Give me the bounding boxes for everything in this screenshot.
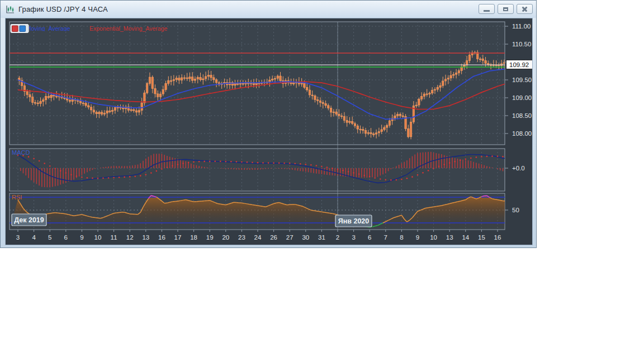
svg-text:Янв 2020: Янв 2020	[338, 217, 370, 225]
date-axis-label: 24	[254, 234, 262, 241]
date-axis-label: 2	[336, 234, 339, 241]
close-button[interactable]	[517, 4, 533, 14]
date-axis-label: 10	[94, 234, 102, 241]
date-axis-label: 7	[384, 234, 387, 241]
date-axis-label: 6	[368, 234, 371, 241]
date-axis-label: 19	[206, 234, 214, 241]
date-axis-label: 13	[142, 234, 149, 241]
minimize-button[interactable]	[479, 4, 495, 14]
chart-window: График USD /JPY 4 ЧАСА 111.00110.50110.0…	[0, 0, 537, 248]
rsi-axis-label: 50	[512, 207, 519, 213]
date-axis-label: 12	[126, 234, 134, 241]
price-axis-label: 108.50	[512, 112, 532, 119]
date-axis-label: 27	[286, 234, 293, 241]
date-axis-label: 20	[222, 234, 229, 241]
price-axis-label: 110.50	[512, 41, 531, 47]
date-axis-label: 16	[494, 234, 501, 241]
chart-app-icon	[5, 5, 15, 14]
price-axis-label: 109.50	[512, 77, 532, 83]
dec-2019-badge: Дек 2019	[12, 214, 48, 227]
date-axis: 3456910111213161718192023242627303123678…	[16, 234, 501, 241]
ema-slow-legend-label: Exponential_Moving_Average	[89, 25, 167, 32]
current-price-tag: 109.92	[506, 60, 533, 69]
price-axis-label: 109.00	[512, 94, 532, 101]
date-axis-label: 15	[478, 234, 485, 241]
date-axis-label: 31	[318, 234, 325, 241]
price-axis-label: 111.00	[512, 23, 531, 30]
minimize-icon	[484, 10, 490, 12]
price-chart-canvas[interactable]: 111.00110.50110.00109.50109.00108.50108.…	[6, 18, 532, 245]
date-axis-label: 17	[174, 234, 182, 241]
date-axis-label: 30	[302, 234, 309, 241]
date-axis-label: 14	[462, 234, 469, 241]
date-axis-label: 10	[430, 234, 437, 241]
date-axis-label: 13	[446, 234, 453, 241]
restore-button[interactable]	[498, 4, 514, 14]
date-axis-label: 8	[400, 234, 403, 241]
date-axis-label: 6	[64, 234, 68, 241]
date-axis-label: 23	[238, 234, 245, 241]
macd-pane-label: MACD	[12, 149, 30, 156]
date-axis-label: 3	[16, 234, 20, 241]
rsi-pane-label: RSI	[12, 194, 22, 201]
date-axis-label: 16	[158, 234, 165, 241]
window-title: График USD /JPY 4 ЧАСА	[18, 5, 108, 13]
window-titlebar[interactable]: График USD /JPY 4 ЧАСА	[1, 1, 536, 18]
date-axis-label: 9	[416, 234, 419, 241]
date-axis-label: 18	[190, 234, 197, 241]
date-axis-label: 9	[80, 234, 83, 241]
date-axis-label: 3	[352, 234, 355, 241]
price-axis-label: 108.00	[512, 130, 532, 137]
svg-text:109.92: 109.92	[509, 61, 529, 68]
date-axis-label: 5	[48, 234, 51, 241]
date-axis-label: 11	[111, 234, 117, 241]
restore-icon	[503, 7, 508, 11]
date-axis-label: 26	[270, 234, 277, 241]
macd-axis-label: +0.0	[512, 165, 525, 172]
ema-slow-color-button[interactable]	[12, 26, 18, 32]
ema-fast-color-button[interactable]	[20, 26, 26, 32]
svg-text:Дек 2019: Дек 2019	[14, 216, 44, 224]
chart-client-area: 111.00110.50110.00109.50109.00108.50108.…	[5, 18, 533, 245]
date-axis-label: 4	[32, 234, 36, 241]
jan-2020-badge: Янв 2020	[335, 215, 373, 228]
close-icon	[522, 6, 528, 12]
